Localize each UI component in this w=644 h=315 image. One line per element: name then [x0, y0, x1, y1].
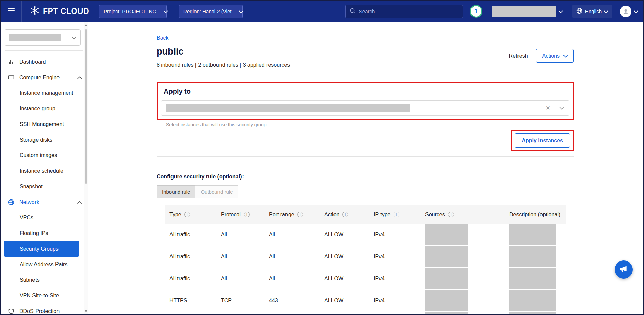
sidebar-item-label: Instance group	[20, 106, 55, 112]
chevron-up-icon	[77, 75, 82, 81]
menu-button[interactable]	[1, 1, 22, 22]
sidebar-item-vpcs[interactable]: VPCs	[1, 210, 88, 226]
cell-type: All traffic	[165, 268, 216, 290]
sidebar-item-snapshot[interactable]: Snapshot	[1, 179, 88, 194]
sidebar-item-compute-engine[interactable]: Compute Engine	[1, 70, 88, 85]
main-content: Back public 8 inbound rules | 2 outbound…	[88, 22, 643, 314]
sidebar-item-security-groups[interactable]: Security Groups	[4, 241, 79, 257]
bar-chart-icon	[7, 59, 15, 65]
redacted-selected-instance	[166, 104, 410, 112]
info-icon[interactable]: i	[184, 212, 190, 217]
redacted-source	[425, 290, 468, 311]
chevron-down-icon	[164, 8, 168, 14]
chevron-down-icon[interactable]	[559, 105, 564, 111]
sidebar-item-label: DDoS Protection	[19, 308, 60, 314]
info-icon[interactable]: i	[448, 212, 454, 217]
divider	[157, 156, 574, 157]
sidebar-item-instance-group[interactable]: Instance group	[1, 101, 88, 117]
sidebar-item-subnets[interactable]: Subnets	[1, 272, 88, 288]
redacted-source	[425, 224, 468, 245]
scroll-up-arrow[interactable]	[85, 24, 87, 26]
project-selector[interactable]: Project: PROJECT_NC...	[99, 5, 167, 18]
sidebar-item-custom-images[interactable]: Custom images	[1, 148, 88, 163]
region-selector[interactable]: Region: Hanoi 2 (Viet...	[179, 5, 243, 18]
divider	[157, 77, 574, 77]
sidebar-item-dashboard[interactable]: Dashboard	[1, 54, 88, 70]
cell-ip-type: IPv4	[369, 312, 420, 315]
tab-inbound-rule[interactable]: Inbound rule	[157, 185, 196, 198]
user-menu[interactable]	[620, 6, 638, 17]
scroll-down-arrow[interactable]	[85, 310, 87, 312]
apply-instances-button[interactable]: Apply instances	[515, 133, 570, 148]
notification-count: 1	[475, 8, 478, 15]
annotation-apply-button: Apply instances	[511, 130, 574, 151]
cell-type: All traffic	[165, 312, 216, 315]
sidebar-item-vpn-site-to-site[interactable]: VPN Site-to-Site	[1, 288, 88, 303]
sidebar-item-ssh-management[interactable]: SSH Management	[1, 117, 88, 132]
column-header-protocol: Protocoli	[216, 205, 264, 224]
column-label: Sources	[425, 212, 445, 218]
sidebar-item-allow-address-pairs[interactable]: Allow Address Pairs	[1, 257, 88, 272]
cell-description	[505, 268, 566, 290]
cell-ip-type: IPv4	[369, 224, 420, 246]
redacted-source	[425, 268, 468, 289]
cell-ip-type: IPv4	[369, 290, 420, 312]
redacted-description	[509, 268, 556, 289]
instance-select[interactable]: ✕	[161, 100, 569, 116]
network-globe-icon	[7, 199, 15, 206]
info-icon[interactable]: i	[297, 212, 303, 217]
redacted-description	[509, 290, 556, 311]
search-input[interactable]	[359, 8, 459, 14]
avatar	[620, 6, 631, 17]
sidebar-item-label: Network	[19, 199, 39, 205]
cell-description	[505, 224, 566, 246]
cell-port-range: All	[264, 246, 320, 268]
info-icon[interactable]: i	[342, 212, 348, 217]
actions-button[interactable]: Actions	[536, 49, 574, 63]
column-header-sources: Sourcesi	[420, 205, 505, 224]
page-header-left: public 8 inbound rules | 2 outbound rule…	[157, 46, 290, 68]
sidebar-item-storage-disks[interactable]: Storage disks	[1, 132, 88, 148]
brand-text: FPT CLOUD	[43, 7, 89, 16]
info-icon[interactable]: i	[394, 212, 399, 217]
chevron-down-icon	[564, 53, 568, 59]
scrollbar-thumb[interactable]	[85, 29, 87, 184]
sidebar-item-network[interactable]: Network	[1, 194, 88, 210]
account-selector[interactable]	[492, 6, 563, 17]
sidebar-scrollbar[interactable]	[84, 22, 88, 314]
region-selector-label: Region: Hanoi 2 (Viet...	[183, 8, 236, 14]
redacted-account-name	[492, 6, 556, 17]
sidebar-item-label: Dashboard	[19, 59, 46, 65]
column-header-description: Description (optional)	[505, 205, 566, 224]
sidebar-item-floating-ips[interactable]: Floating IPs	[1, 226, 88, 241]
cell-action: ALLOW	[320, 290, 369, 312]
project-selector-label: Project: PROJECT_NC...	[104, 8, 160, 14]
redacted-description	[509, 246, 556, 267]
cell-action: ALLOW	[320, 312, 369, 315]
sidebar-item-instance-management[interactable]: Instance management	[1, 85, 88, 101]
info-icon[interactable]: i	[244, 212, 250, 217]
notification-badge[interactable]: 1	[470, 5, 482, 18]
sidebar-item-label: VPCs	[20, 215, 33, 221]
tab-outbound-rule[interactable]: Outbound rule	[196, 185, 238, 198]
table-row: All traffic All All ALLOW IPv4	[165, 312, 566, 315]
sidebar-item-ddos-protection[interactable]: DDoS Protection	[1, 303, 88, 314]
monitor-icon	[7, 74, 15, 81]
shield-icon	[7, 308, 15, 314]
megaphone-icon	[619, 265, 628, 275]
cell-type: All traffic	[165, 246, 216, 268]
language-selector[interactable]: English	[572, 5, 612, 18]
cell-type: All traffic	[165, 224, 216, 246]
cell-sources	[420, 268, 505, 290]
sidebar-item-instance-schedule[interactable]: Instance schedule	[1, 163, 88, 179]
cell-ip-type: IPv4	[369, 268, 420, 290]
back-link[interactable]: Back	[157, 35, 169, 41]
apply-to-title: Apply to	[164, 88, 569, 96]
cell-action: ALLOW	[320, 268, 369, 290]
refresh-button[interactable]: Refresh	[509, 53, 528, 59]
chevron-down-icon	[604, 8, 608, 14]
redacted-source	[425, 312, 468, 314]
clear-icon[interactable]: ✕	[546, 105, 550, 111]
announcement-button[interactable]	[615, 260, 633, 279]
sidebar-project-dropdown[interactable]	[5, 29, 80, 46]
